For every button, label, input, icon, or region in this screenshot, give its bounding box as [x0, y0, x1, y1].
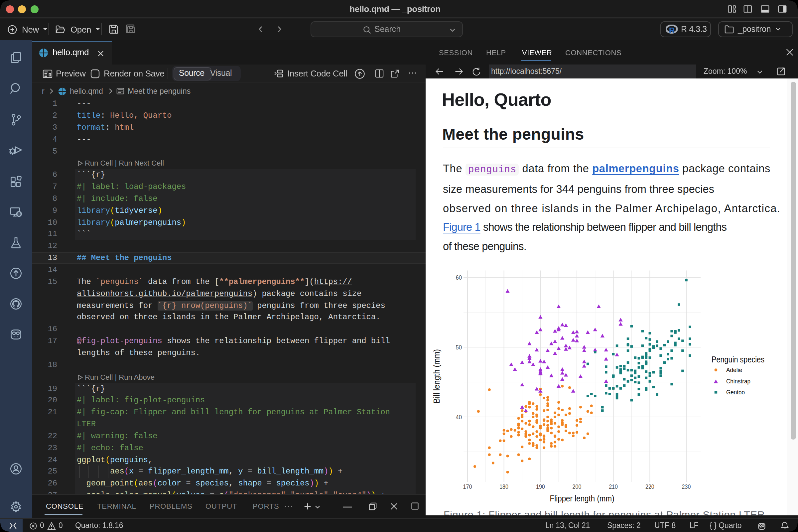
svg-text:210: 210 [609, 483, 618, 490]
svg-text:230: 230 [682, 483, 691, 490]
svg-text:Gentoo: Gentoo [726, 389, 745, 396]
svg-text:Penguin species: Penguin species [711, 355, 764, 364]
svg-text:170: 170 [463, 483, 472, 490]
svg-text:Bill length (mm): Bill length (mm) [432, 349, 441, 403]
svg-text:200: 200 [573, 483, 582, 490]
svg-text:50: 50 [456, 344, 462, 351]
svg-text:R: R [669, 25, 675, 34]
svg-text:220: 220 [645, 483, 654, 490]
svg-text:180: 180 [499, 483, 508, 490]
svg-text:190: 190 [536, 483, 545, 490]
svg-text:Chinstrap: Chinstrap [726, 378, 750, 385]
svg-text:Adelie: Adelie [726, 366, 742, 374]
svg-text:40: 40 [456, 414, 462, 421]
svg-text:60: 60 [456, 274, 462, 281]
svg-text:Flipper length (mm): Flipper length (mm) [550, 494, 614, 503]
